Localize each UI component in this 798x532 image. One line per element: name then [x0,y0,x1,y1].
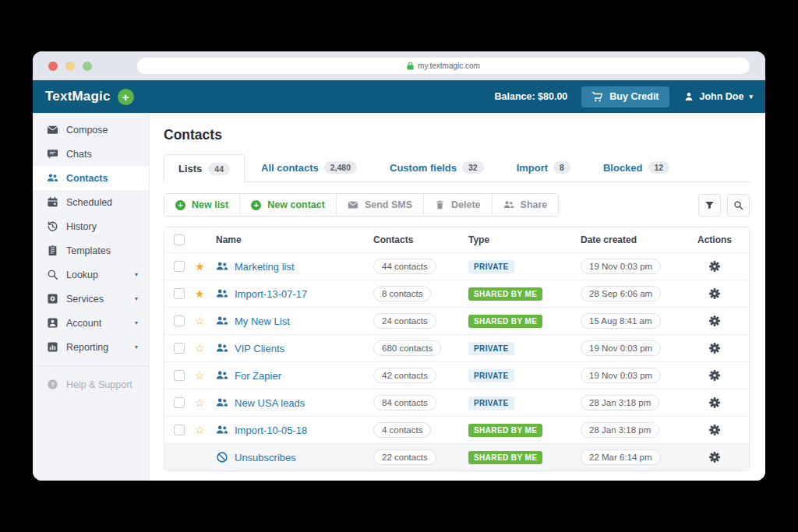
search-button[interactable] [727,194,750,217]
contacts-count-pill: 22 contacts [373,449,436,465]
sidebar-item-scheduled[interactable]: Scheduled [33,190,149,214]
sidebar-item-label: Chats [66,149,138,160]
minimize-window-button[interactable] [65,62,75,71]
address-bar[interactable]: my.textmagic.com [137,58,750,74]
browser-window: my.textmagic.com TextMagic + Balance: $8… [33,51,765,481]
sidebar-item-label: Scheduled [66,197,138,208]
row-actions-button[interactable] [697,315,749,327]
type-badge: PRIVATE [468,342,514,355]
type-badge: SHARED BY ME [468,315,542,328]
list-name-link[interactable]: New USA leads [235,397,305,409]
new-list-button[interactable]: + New list [164,194,239,216]
reporting-icon [47,341,58,353]
row-actions-button[interactable] [697,424,749,436]
filter-button[interactable] [698,194,721,217]
tab-count-badge: 2,480 [324,161,357,174]
row-checkbox[interactable] [174,288,185,299]
row-actions-button[interactable] [697,396,749,409]
contacts-count-pill: 680 contacts [373,340,441,356]
send-sms-button[interactable]: Send SMS [336,194,423,216]
select-all-checkbox[interactable] [174,234,185,245]
share-button[interactable]: Share [492,194,559,216]
list-name-link[interactable]: My New List [235,315,290,327]
new-list-label: New list [192,199,228,210]
tab-blocked[interactable]: Blocked 12 [603,161,669,174]
list-name-link[interactable]: Import-10-05-18 [235,425,307,436]
lookup-icon [47,269,58,280]
sidebar-item-contacts[interactable]: Contacts [33,166,149,190]
favorite-star-icon[interactable]: ☆ [192,315,213,326]
cart-icon [591,91,603,103]
plus-icon: + [175,200,185,210]
row-actions-button[interactable] [697,342,749,354]
buy-credit-button[interactable]: Buy Credit [581,86,669,107]
sidebar-divider [33,365,149,366]
type-badge: PRIVATE [468,260,514,273]
row-checkbox[interactable] [174,343,185,354]
favorite-star-icon[interactable]: ★ [192,288,213,299]
list-name-link[interactable]: Import-13-07-17 [235,288,307,300]
row-checkbox[interactable] [174,370,185,381]
sidebar-item-label: History [66,221,138,232]
chevron-down-icon: ▾ [135,344,138,351]
sidebar-item-reporting[interactable]: Reporting ▾ [33,335,149,359]
history-icon [47,220,58,232]
sidebar-item-lookup[interactable]: Lookup ▾ [33,262,149,287]
share-people-icon [503,199,514,210]
tab-import[interactable]: Import 8 [517,161,570,174]
tab-label: Custom fields [390,162,457,174]
sidebar-item-label: Account [66,318,127,329]
row-actions-button[interactable] [697,451,749,463]
tab-label: Lists [178,163,202,174]
envelope-icon [348,199,358,210]
user-menu[interactable]: John Doe ▾ [683,91,753,102]
list-name-link[interactable]: VIP Clients [235,343,284,354]
chevron-down-icon: ▾ [135,296,138,302]
sidebar-item-compose[interactable]: Compose [33,118,149,142]
balance-text: Balance: $80.00 [495,91,568,102]
logo-plus-button[interactable]: + [118,89,134,105]
main-content: Contacts Lists 44 All contacts 2,480 Cus… [150,113,765,481]
sidebar-item-history[interactable]: History [33,214,149,238]
gear-icon [708,315,721,327]
row-checkbox[interactable] [174,315,185,326]
new-contact-button[interactable]: + New contact [239,194,336,216]
list-name-link[interactable]: Unsubscribes [235,452,296,463]
table-row: ☆ VIP Clients 680 contacts PRIVATE 19 No… [164,334,749,361]
favorite-star-icon[interactable]: ☆ [192,370,213,381]
maximize-window-button[interactable] [83,62,92,71]
sidebar-item-chats[interactable]: Chats [33,142,149,166]
close-window-button[interactable] [48,62,58,71]
favorite-star-icon[interactable]: ☆ [192,343,213,354]
list-name-link[interactable]: For Zapier [235,370,281,382]
tab-count-badge: 44 [208,163,230,175]
row-actions-button[interactable] [697,260,749,273]
tab-lists[interactable]: Lists 44 [164,154,245,182]
row-checkbox[interactable] [174,261,185,272]
table-row: ★ Marketing list 44 contacts PRIVATE 19 … [164,252,749,280]
list-name-link[interactable]: Marketing list [235,261,295,273]
sidebar-item-services[interactable]: Services ▾ [33,287,149,311]
favorite-star-icon[interactable]: ☆ [192,397,213,408]
row-checkbox[interactable] [174,397,185,408]
gear-icon [708,287,721,300]
blocked-icon [216,451,228,463]
sidebar-item-templates[interactable]: Templates [33,238,149,262]
tab-all-contacts[interactable]: All contacts 2,480 [261,161,357,174]
tab-custom-fields[interactable]: Custom fields 32 [390,161,484,174]
date-created-pill: 28 Jan 3:18 pm [581,395,659,410]
sidebar-item-help-support[interactable]: ? Help & Support [33,372,149,396]
sidebar-item-label: Templates [66,245,138,256]
row-checkbox[interactable] [174,425,185,435]
column-header-name: Name [213,234,373,245]
account-icon [47,317,58,329]
user-icon [683,91,694,102]
delete-button[interactable]: Delete [423,194,492,216]
favorite-star-icon[interactable]: ★ [192,261,213,272]
list-people-icon [216,287,228,300]
row-actions-button[interactable] [697,287,749,300]
user-name: John Doe [700,91,744,102]
row-actions-button[interactable] [697,369,749,382]
favorite-star-icon[interactable]: ☆ [192,425,213,435]
sidebar-item-account[interactable]: Account ▾ [33,311,149,335]
